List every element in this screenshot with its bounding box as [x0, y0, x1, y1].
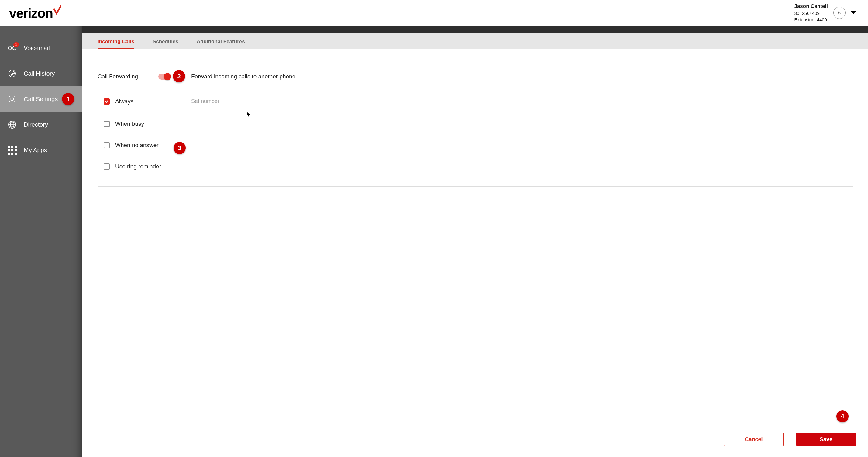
forwarding-options: Always When busy 3 When no answer Use ri…	[98, 90, 853, 177]
user-account: 3012504409	[794, 10, 828, 17]
gear-icon	[7, 94, 17, 104]
sidebar-item-label: Call History	[24, 70, 55, 77]
option-ring-reminder: Use ring reminder	[104, 156, 853, 177]
divider	[98, 202, 853, 202]
user-menu[interactable]: Jason Cantell 3012504409 Extension: 4409…	[794, 3, 856, 23]
option-label: When no answer	[115, 142, 159, 149]
step-badge-4: 4	[836, 410, 848, 422]
option-when-no-answer: When no answer	[104, 135, 853, 156]
voicemail-icon: 1	[7, 43, 17, 53]
main-layout: 1 Voicemail Call History Call Settings 1…	[0, 26, 868, 457]
checkbox-always[interactable]	[104, 98, 110, 104]
voicemail-badge: 1	[13, 42, 19, 47]
save-button[interactable]: Save	[796, 433, 856, 446]
step-badge-2: 2	[173, 70, 185, 83]
brand-name: verizon	[9, 7, 53, 20]
avatar-initials: jc	[838, 10, 841, 15]
sidebar-item-label: My Apps	[24, 147, 47, 154]
verizon-logo: verizon	[9, 5, 61, 20]
tab-additional-features[interactable]: Additional Features	[197, 34, 245, 48]
divider	[98, 63, 853, 63]
svg-point-0	[8, 46, 11, 50]
checkbox-ring-reminder[interactable]	[104, 163, 110, 169]
divider	[98, 186, 853, 187]
sidebar-item-call-settings[interactable]: Call Settings 1	[0, 86, 82, 112]
content-panel: Incoming Calls Schedules Additional Feat…	[82, 33, 868, 457]
settings-scroll-area[interactable]: Call Forwarding 2 Forward incoming calls…	[82, 49, 868, 424]
svg-point-4	[11, 98, 13, 100]
sidebar-item-call-history[interactable]: Call History	[0, 61, 82, 86]
chevron-down-icon	[851, 11, 856, 14]
sidebar-item-label: Call Settings	[24, 96, 58, 103]
sidebar-item-label: Directory	[24, 121, 48, 128]
verizon-check-icon	[54, 5, 61, 14]
toggle-knob	[164, 73, 171, 80]
sidebar-item-voicemail[interactable]: 1 Voicemail	[0, 35, 82, 61]
app-header: verizon Jason Cantell 3012504409 Extensi…	[0, 0, 868, 26]
apps-grid-icon	[7, 145, 17, 155]
call-forwarding-toggle[interactable]	[158, 73, 170, 79]
option-when-busy: When busy	[104, 113, 853, 135]
step-badge-3: 3	[174, 142, 186, 154]
step-badge-1: 1	[62, 93, 74, 105]
user-info: Jason Cantell 3012504409 Extension: 4409	[794, 3, 828, 23]
call-history-icon	[7, 69, 17, 78]
sidebar-item-directory[interactable]: Directory	[0, 112, 82, 137]
user-name: Jason Cantell	[794, 3, 828, 10]
option-label: When busy	[115, 121, 144, 127]
user-extension: Extension: 4409	[794, 17, 828, 23]
sidebar-item-my-apps[interactable]: My Apps	[0, 137, 82, 163]
dark-strip	[0, 26, 868, 33]
option-label: Use ring reminder	[115, 163, 161, 170]
cancel-button[interactable]: Cancel	[724, 433, 783, 446]
option-always: Always	[104, 90, 853, 113]
call-forwarding-row: Call Forwarding 2 Forward incoming calls…	[98, 73, 853, 80]
footer-actions: 4 Cancel Save	[82, 424, 868, 457]
always-number-input[interactable]	[191, 97, 245, 106]
call-forwarding-title: Call Forwarding	[98, 73, 140, 80]
checkbox-when-busy[interactable]	[104, 121, 110, 127]
avatar: jc	[833, 7, 845, 19]
tab-incoming-calls[interactable]: Incoming Calls	[98, 34, 134, 48]
checkbox-when-no-answer[interactable]	[104, 142, 110, 148]
tab-schedules[interactable]: Schedules	[153, 34, 178, 48]
sidebar: 1 Voicemail Call History Call Settings 1…	[0, 26, 82, 457]
globe-icon	[7, 120, 17, 129]
tab-bar: Incoming Calls Schedules Additional Feat…	[82, 33, 868, 49]
option-label: Always	[115, 98, 133, 104]
call-forwarding-description: Forward incoming calls to another phone.	[191, 73, 297, 80]
sidebar-item-label: Voicemail	[24, 45, 50, 52]
